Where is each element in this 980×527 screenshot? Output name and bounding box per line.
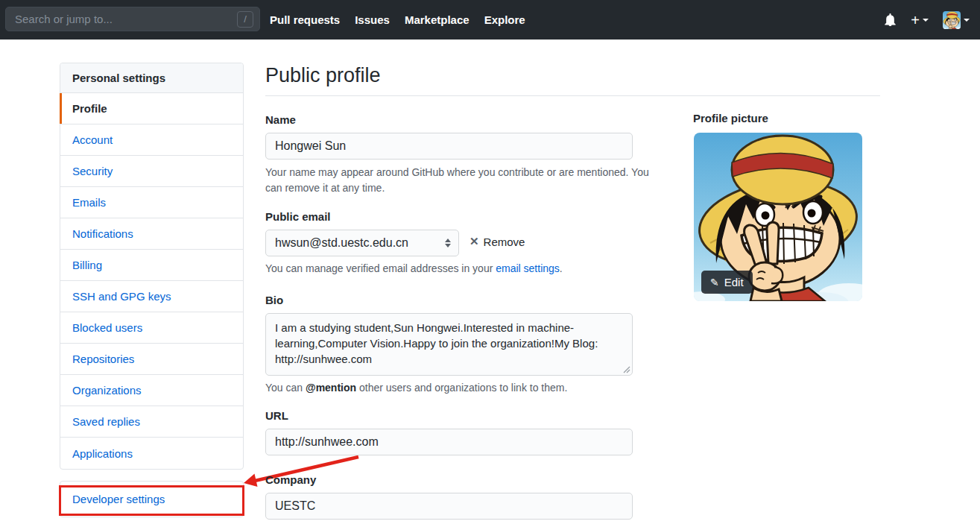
search-input[interactable] bbox=[15, 13, 237, 25]
sidebar-item-account[interactable]: Account bbox=[60, 124, 243, 156]
header-actions: + bbox=[884, 0, 970, 40]
nav-pull-requests[interactable]: Pull requests bbox=[270, 13, 340, 26]
sidebar-item-applications[interactable]: Applications bbox=[60, 438, 243, 469]
company-field[interactable] bbox=[265, 493, 633, 520]
sidebar-item-label[interactable]: Profile bbox=[72, 102, 107, 115]
bio-field[interactable]: I am a studying student,Sun Hongwei.Inte… bbox=[265, 313, 633, 376]
bio-help-prefix: You can bbox=[265, 382, 306, 394]
name-field[interactable] bbox=[265, 133, 633, 160]
user-menu-button[interactable] bbox=[943, 11, 970, 29]
sidebar-item-label[interactable]: Emails bbox=[72, 196, 106, 209]
mention-keyword: @mention bbox=[306, 382, 356, 394]
name-help-text: Your name may appear around GitHub where… bbox=[265, 165, 659, 196]
slash-shortcut-key: / bbox=[237, 11, 253, 28]
caret-down-icon bbox=[923, 19, 929, 22]
email-help-text: You can manage verified email addresses … bbox=[265, 261, 653, 277]
developer-settings-box[interactable]: Developer settings bbox=[60, 481, 244, 517]
settings-sidebar: Personal settings Profile Account Securi… bbox=[60, 63, 244, 470]
avatar bbox=[943, 11, 961, 29]
bio-help-text: You can @mention other users and organiz… bbox=[265, 380, 653, 396]
global-search[interactable]: / bbox=[5, 7, 260, 31]
plus-icon: + bbox=[911, 13, 920, 28]
email-settings-link[interactable]: email settings bbox=[496, 262, 560, 274]
sidebar-item-saved-replies[interactable]: Saved replies bbox=[60, 406, 243, 438]
sidebar-item-emails[interactable]: Emails bbox=[60, 187, 243, 218]
sidebar-item-notifications[interactable]: Notifications bbox=[60, 218, 243, 250]
sidebar-item-repositories[interactable]: Repositories bbox=[60, 344, 243, 375]
caret-down-icon bbox=[964, 19, 970, 22]
sidebar-item-label[interactable]: Organizations bbox=[72, 384, 142, 397]
sidebar-item-label[interactable]: Security bbox=[72, 165, 113, 177]
primary-nav: Pull requests Issues Marketplace Explore bbox=[270, 0, 525, 40]
sidebar-item-label[interactable]: Applications bbox=[72, 447, 133, 460]
nav-marketplace[interactable]: Marketplace bbox=[405, 13, 470, 26]
profile-picture[interactable]: ✎ Edit bbox=[694, 133, 862, 301]
url-label: URL bbox=[265, 409, 288, 422]
select-caret-icon bbox=[445, 239, 451, 247]
sidebar-item-label[interactable]: Account bbox=[72, 133, 113, 146]
notifications-button[interactable] bbox=[884, 13, 897, 26]
divider bbox=[265, 95, 880, 96]
sidebar-item-developer-settings[interactable]: Developer settings bbox=[72, 493, 165, 505]
name-label: Name bbox=[265, 113, 296, 126]
x-icon: ✕ bbox=[470, 235, 479, 248]
nav-issues[interactable]: Issues bbox=[355, 13, 390, 26]
sidebar-item-label[interactable]: SSH and GPG keys bbox=[72, 290, 171, 303]
remove-label: Remove bbox=[484, 236, 525, 248]
sidebar-item-label[interactable]: Blocked users bbox=[72, 321, 142, 334]
sidebar-item-label[interactable]: Repositories bbox=[72, 353, 134, 365]
sidebar-item-ssh-gpg-keys[interactable]: SSH and GPG keys bbox=[60, 281, 243, 312]
sidebar-item-label[interactable]: Saved replies bbox=[72, 415, 140, 428]
github-settings-page: / Pull requests Issues Marketplace Explo… bbox=[0, 0, 980, 527]
bio-help-suffix: other users and organizations to link to… bbox=[356, 382, 567, 394]
email-help-prefix: You can manage verified email addresses … bbox=[265, 262, 496, 274]
sidebar-item-label[interactable]: Billing bbox=[72, 259, 102, 271]
selected-email: hwsun@std.uestc.edu.cn bbox=[275, 236, 445, 250]
profile-picture-label: Profile picture bbox=[693, 112, 768, 124]
top-navbar: / Pull requests Issues Marketplace Explo… bbox=[0, 0, 980, 40]
sidebar-item-label[interactable]: Notifications bbox=[72, 227, 133, 240]
sidebar-item-billing[interactable]: Billing bbox=[60, 250, 243, 281]
nav-explore[interactable]: Explore bbox=[484, 13, 525, 26]
bell-icon bbox=[884, 13, 897, 26]
company-label: Company bbox=[265, 473, 316, 486]
sidebar-title: Personal settings bbox=[60, 63, 243, 93]
edit-avatar-button[interactable]: ✎ Edit bbox=[701, 271, 753, 294]
page-title: Public profile bbox=[265, 64, 381, 87]
remove-email-button[interactable]: ✕ Remove bbox=[470, 235, 525, 248]
public-email-label: Public email bbox=[265, 210, 331, 223]
sidebar-item-organizations[interactable]: Organizations bbox=[60, 375, 243, 406]
public-email-select[interactable]: hwsun@std.uestc.edu.cn bbox=[265, 230, 459, 256]
create-new-button[interactable]: + bbox=[911, 13, 929, 28]
edit-label: Edit bbox=[724, 276, 744, 288]
sidebar-item-blocked-users[interactable]: Blocked users bbox=[60, 312, 243, 344]
sidebar-item-security[interactable]: Security bbox=[60, 156, 243, 187]
pencil-icon: ✎ bbox=[710, 277, 719, 288]
email-help-suffix: . bbox=[560, 262, 563, 274]
bio-label: Bio bbox=[265, 294, 283, 306]
url-field[interactable] bbox=[265, 429, 633, 455]
sidebar-item-profile[interactable]: Profile bbox=[60, 93, 243, 124]
